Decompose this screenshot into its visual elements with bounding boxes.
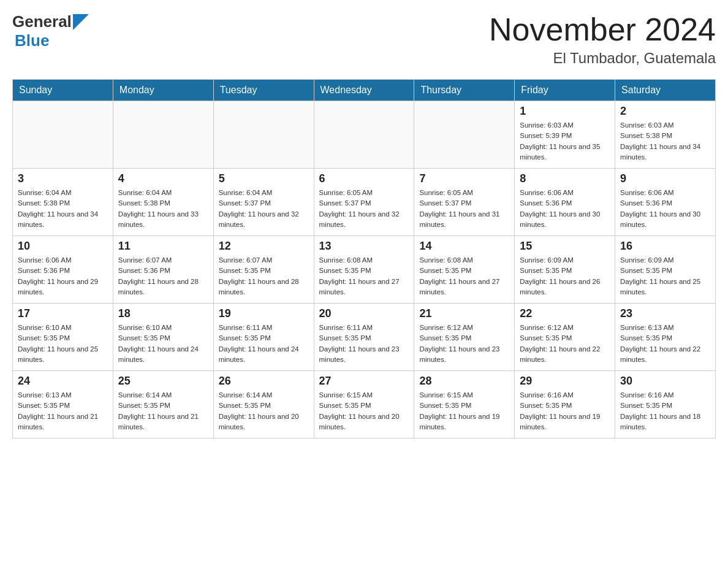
- calendar-cell: 30Sunrise: 6:16 AMSunset: 5:35 PMDayligh…: [615, 371, 716, 439]
- day-info: Sunrise: 6:13 AMSunset: 5:35 PMDaylight:…: [620, 323, 710, 365]
- calendar-cell: [113, 101, 213, 169]
- calendar-cell: 4Sunrise: 6:04 AMSunset: 5:38 PMDaylight…: [113, 169, 213, 236]
- calendar-cell: 29Sunrise: 6:16 AMSunset: 5:35 PMDayligh…: [515, 371, 615, 439]
- day-number: 9: [620, 172, 710, 185]
- day-number: 4: [118, 172, 208, 185]
- day-info: Sunrise: 6:14 AMSunset: 5:35 PMDaylight:…: [219, 390, 309, 432]
- logo-triangle-icon: [73, 14, 89, 30]
- day-number: 20: [319, 307, 409, 320]
- day-number: 1: [520, 105, 610, 118]
- calendar-cell: [314, 101, 414, 169]
- day-info: Sunrise: 6:12 AMSunset: 5:35 PMDaylight:…: [419, 323, 509, 365]
- day-number: 27: [319, 375, 409, 388]
- day-number: 10: [18, 240, 108, 253]
- calendar-cell: 6Sunrise: 6:05 AMSunset: 5:37 PMDaylight…: [314, 169, 414, 236]
- calendar-cell: 1Sunrise: 6:03 AMSunset: 5:39 PMDaylight…: [515, 101, 615, 169]
- day-info: Sunrise: 6:15 AMSunset: 5:35 PMDaylight:…: [419, 390, 509, 432]
- day-info: Sunrise: 6:11 AMSunset: 5:35 PMDaylight:…: [319, 323, 409, 365]
- day-info: Sunrise: 6:15 AMSunset: 5:35 PMDaylight:…: [319, 390, 409, 432]
- calendar-cell: 28Sunrise: 6:15 AMSunset: 5:35 PMDayligh…: [414, 371, 515, 439]
- day-info: Sunrise: 6:06 AMSunset: 5:36 PMDaylight:…: [18, 255, 108, 297]
- title-section: November 2024 El Tumbador, Guatemala: [489, 12, 716, 67]
- day-number: 12: [219, 240, 309, 253]
- calendar-cell: 2Sunrise: 6:03 AMSunset: 5:38 PMDaylight…: [615, 101, 716, 169]
- calendar-cell: 18Sunrise: 6:10 AMSunset: 5:35 PMDayligh…: [113, 304, 213, 371]
- location-title: El Tumbador, Guatemala: [489, 50, 716, 67]
- calendar-cell: 15Sunrise: 6:09 AMSunset: 5:35 PMDayligh…: [515, 236, 615, 304]
- calendar-cell: 12Sunrise: 6:07 AMSunset: 5:35 PMDayligh…: [213, 236, 314, 304]
- day-number: 14: [419, 240, 509, 253]
- calendar-cell: 21Sunrise: 6:12 AMSunset: 5:35 PMDayligh…: [414, 304, 515, 371]
- day-info: Sunrise: 6:12 AMSunset: 5:35 PMDaylight:…: [520, 323, 610, 365]
- logo-top-row: General: [12, 12, 89, 31]
- calendar-cell: [213, 101, 314, 169]
- day-info: Sunrise: 6:04 AMSunset: 5:37 PMDaylight:…: [219, 188, 309, 230]
- day-number: 3: [18, 172, 108, 185]
- day-number: 5: [219, 172, 309, 185]
- calendar-cell: 23Sunrise: 6:13 AMSunset: 5:35 PMDayligh…: [615, 304, 716, 371]
- day-number: 6: [319, 172, 409, 185]
- day-number: 18: [118, 307, 208, 320]
- calendar-cell: 24Sunrise: 6:13 AMSunset: 5:35 PMDayligh…: [13, 371, 113, 439]
- calendar-cell: 8Sunrise: 6:06 AMSunset: 5:36 PMDaylight…: [515, 169, 615, 236]
- week-row-1: 1Sunrise: 6:03 AMSunset: 5:39 PMDaylight…: [13, 101, 716, 169]
- day-info: Sunrise: 6:09 AMSunset: 5:35 PMDaylight:…: [520, 255, 610, 297]
- day-number: 24: [18, 375, 108, 388]
- day-number: 13: [319, 240, 409, 253]
- day-number: 19: [219, 307, 309, 320]
- day-number: 16: [620, 240, 710, 253]
- week-row-4: 17Sunrise: 6:10 AMSunset: 5:35 PMDayligh…: [13, 304, 716, 371]
- day-info: Sunrise: 6:14 AMSunset: 5:35 PMDaylight:…: [118, 390, 208, 432]
- day-info: Sunrise: 6:04 AMSunset: 5:38 PMDaylight:…: [18, 188, 108, 230]
- header-saturday: Saturday: [615, 80, 716, 101]
- day-info: Sunrise: 6:10 AMSunset: 5:35 PMDaylight:…: [118, 323, 208, 365]
- calendar-cell: 20Sunrise: 6:11 AMSunset: 5:35 PMDayligh…: [314, 304, 414, 371]
- calendar-cell: 11Sunrise: 6:07 AMSunset: 5:36 PMDayligh…: [113, 236, 213, 304]
- calendar-cell: 5Sunrise: 6:04 AMSunset: 5:37 PMDaylight…: [213, 169, 314, 236]
- day-info: Sunrise: 6:03 AMSunset: 5:38 PMDaylight:…: [620, 120, 710, 163]
- day-info: Sunrise: 6:16 AMSunset: 5:35 PMDaylight:…: [620, 390, 710, 432]
- header-monday: Monday: [113, 80, 213, 101]
- header-thursday: Thursday: [414, 80, 515, 101]
- day-number: 17: [18, 307, 108, 320]
- calendar-cell: [13, 101, 113, 169]
- header-tuesday: Tuesday: [213, 80, 314, 101]
- calendar-cell: 27Sunrise: 6:15 AMSunset: 5:35 PMDayligh…: [314, 371, 414, 439]
- week-row-5: 24Sunrise: 6:13 AMSunset: 5:35 PMDayligh…: [13, 371, 716, 439]
- day-number: 8: [520, 172, 610, 185]
- calendar-cell: [414, 101, 515, 169]
- day-info: Sunrise: 6:06 AMSunset: 5:36 PMDaylight:…: [620, 188, 710, 230]
- page-header: General Blue November 2024 El Tumbador, …: [12, 12, 716, 67]
- day-info: Sunrise: 6:10 AMSunset: 5:35 PMDaylight:…: [18, 323, 108, 365]
- day-info: Sunrise: 6:05 AMSunset: 5:37 PMDaylight:…: [419, 188, 509, 230]
- logo-general-text: General: [12, 12, 72, 31]
- day-info: Sunrise: 6:09 AMSunset: 5:35 PMDaylight:…: [620, 255, 710, 297]
- day-number: 25: [118, 375, 208, 388]
- day-info: Sunrise: 6:11 AMSunset: 5:35 PMDaylight:…: [219, 323, 309, 365]
- day-number: 22: [520, 307, 610, 320]
- header-friday: Friday: [515, 80, 615, 101]
- day-info: Sunrise: 6:07 AMSunset: 5:36 PMDaylight:…: [118, 255, 208, 297]
- day-number: 28: [419, 375, 509, 388]
- day-info: Sunrise: 6:08 AMSunset: 5:35 PMDaylight:…: [319, 255, 409, 297]
- calendar-cell: 19Sunrise: 6:11 AMSunset: 5:35 PMDayligh…: [213, 304, 314, 371]
- calendar-cell: 14Sunrise: 6:08 AMSunset: 5:35 PMDayligh…: [414, 236, 515, 304]
- header-wednesday: Wednesday: [314, 80, 414, 101]
- logo: General Blue: [12, 12, 89, 50]
- day-number: 11: [118, 240, 208, 253]
- day-number: 30: [620, 375, 710, 388]
- week-row-3: 10Sunrise: 6:06 AMSunset: 5:36 PMDayligh…: [13, 236, 716, 304]
- day-info: Sunrise: 6:03 AMSunset: 5:39 PMDaylight:…: [520, 120, 610, 163]
- calendar-cell: 16Sunrise: 6:09 AMSunset: 5:35 PMDayligh…: [615, 236, 716, 304]
- logo-bottom-row: Blue: [12, 31, 89, 50]
- day-number: 26: [219, 375, 309, 388]
- day-number: 7: [419, 172, 509, 185]
- day-number: 29: [520, 375, 610, 388]
- day-number: 2: [620, 105, 710, 118]
- day-info: Sunrise: 6:08 AMSunset: 5:35 PMDaylight:…: [419, 255, 509, 297]
- day-info: Sunrise: 6:05 AMSunset: 5:37 PMDaylight:…: [319, 188, 409, 230]
- day-number: 15: [520, 240, 610, 253]
- calendar-cell: 13Sunrise: 6:08 AMSunset: 5:35 PMDayligh…: [314, 236, 414, 304]
- calendar-cell: 9Sunrise: 6:06 AMSunset: 5:36 PMDaylight…: [615, 169, 716, 236]
- calendar-cell: 26Sunrise: 6:14 AMSunset: 5:35 PMDayligh…: [213, 371, 314, 439]
